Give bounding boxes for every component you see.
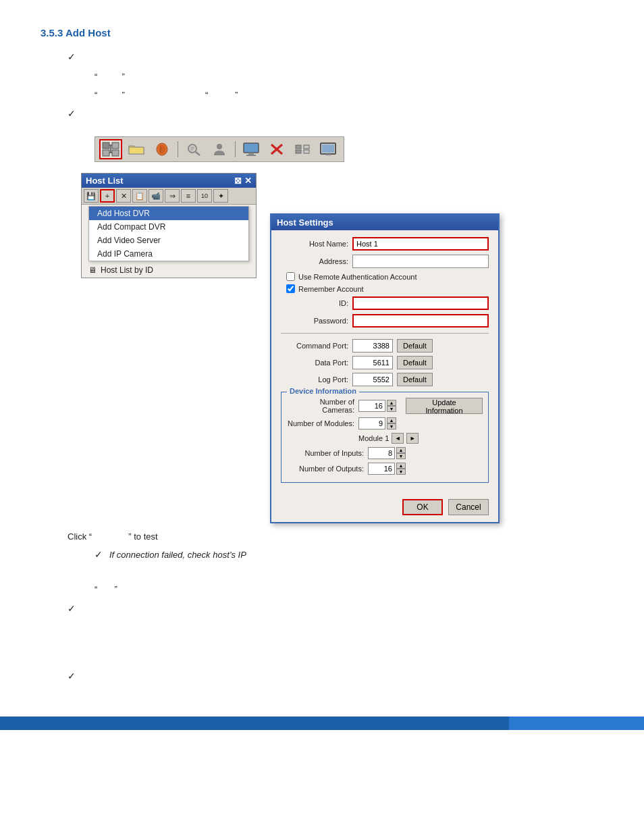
host-list-title: Host List — [86, 176, 124, 186]
svg-rect-2 — [103, 150, 109, 156]
id-input[interactable] — [352, 296, 489, 310]
data-port-label: Data Port: — [281, 359, 348, 367]
module-nav-row: Module 1 ◄ ► — [358, 433, 483, 444]
dialog-footer: OK Cancel — [271, 495, 498, 522]
log-port-label: Log Port: — [281, 375, 348, 384]
cameras-spinner: ▲ ▼ — [358, 400, 396, 412]
update-info-btn[interactable]: Update Information — [406, 398, 483, 414]
device-info-section: Device Information Number of Cameras: ▲ … — [281, 392, 489, 483]
hl-arrow-btn[interactable]: ⇒ — [165, 189, 180, 203]
checkmark-1: ✓ — [68, 51, 76, 62]
modules-up-btn[interactable]: ▲ — [387, 417, 396, 423]
quote-line: “ ” — [95, 583, 603, 597]
ok-button[interactable]: OK — [402, 499, 443, 515]
bullet-5: ✓ — [68, 670, 603, 684]
connection-failed-text: If connection failed, check host’s IP — [109, 548, 246, 563]
hl-copy-btn[interactable]: 📋 — [132, 189, 147, 203]
cameras-row: Number of Cameras: ▲ ▼ Update Informatio… — [287, 398, 483, 414]
person-toolbar-btn[interactable] — [208, 139, 231, 159]
host-name-input[interactable] — [352, 237, 489, 251]
module-next-btn[interactable]: ► — [406, 433, 419, 444]
remote-auth-checkbox[interactable] — [286, 272, 295, 281]
address-input[interactable] — [352, 255, 489, 268]
command-port-label: Command Port: — [281, 342, 348, 350]
outputs-down-btn[interactable]: ▼ — [396, 469, 406, 475]
bullet-2-text — [82, 107, 85, 122]
screen-toolbar-btn[interactable] — [317, 139, 340, 159]
hl-cam-btn[interactable]: 📹 — [149, 189, 163, 203]
host-list-toolbar: 💾 + ✕ 📋 📹 ⇒ ≡ 10 ✦ — [82, 188, 256, 205]
data-default-btn[interactable]: Default — [397, 356, 433, 369]
svg-rect-21 — [296, 145, 301, 149]
command-default-btn[interactable]: Default — [397, 339, 433, 353]
command-port-row: Command Port: Default — [281, 339, 489, 353]
host-name-row: Host Name: — [281, 237, 489, 251]
config-toolbar-btn[interactable] — [291, 139, 314, 159]
hl-list-btn[interactable]: ≡ — [181, 189, 196, 203]
svg-rect-17 — [248, 153, 254, 155]
svg-rect-0 — [103, 142, 109, 149]
svg-rect-26 — [322, 145, 334, 153]
add-compact-dvr-item[interactable]: Add Compact DVR — [89, 220, 248, 234]
click-text-2: ” to test — [128, 531, 157, 542]
dialog-body: Host Name: Address: Use Remote Authentic… — [271, 230, 498, 495]
add-ip-camera-item[interactable]: Add IP Camera — [89, 247, 248, 261]
hl-add-btn[interactable]: + — [100, 189, 115, 203]
modules-row: Number of Modules: ▲ ▼ — [287, 417, 483, 429]
cameras-spinner-btns: ▲ ▼ — [387, 400, 396, 412]
x-toolbar-btn[interactable] — [265, 139, 288, 159]
inputs-input[interactable] — [368, 447, 395, 459]
host-list-entry: 🖥 Host List by ID — [82, 263, 256, 278]
module-label: Module 1 — [358, 434, 389, 442]
host-toolbar-btn[interactable] — [99, 139, 122, 159]
data-port-row: Data Port: Default — [281, 356, 489, 369]
search-toolbar-btn[interactable] — [182, 139, 205, 159]
cameras-input[interactable] — [358, 400, 385, 412]
monitor-toolbar-btn[interactable] — [240, 139, 263, 159]
outputs-up-btn[interactable]: ▲ — [396, 463, 406, 469]
footer-bar — [0, 716, 644, 730]
click-text-1: Click “ — [68, 531, 92, 542]
folder-toolbar-btn[interactable] — [125, 139, 148, 159]
checkmark-5: ✓ — [68, 671, 76, 681]
svg-point-9 — [159, 145, 165, 154]
password-input[interactable] — [352, 314, 489, 328]
inputs-up-btn[interactable]: ▲ — [396, 447, 406, 453]
remember-account-checkbox[interactable] — [286, 284, 295, 293]
remote-auth-row: Use Remote Authentication Account — [286, 272, 489, 281]
inputs-spinner-btns: ▲ ▼ — [396, 447, 406, 459]
svg-rect-23 — [304, 145, 309, 149]
hl-save-btn[interactable]: 💾 — [84, 189, 99, 203]
book-toolbar-btn[interactable] — [151, 139, 173, 159]
inputs-down-btn[interactable]: ▼ — [396, 453, 406, 459]
cameras-up-btn[interactable]: ▲ — [387, 400, 396, 406]
hl-star-btn[interactable]: ✦ — [213, 189, 228, 203]
log-port-input[interactable] — [352, 373, 393, 386]
page-container: 3.5.3 Add Host ✓ “ ” “ ” “ ” — [0, 0, 644, 730]
indent-line-1: “ ” — [95, 70, 603, 84]
cancel-button[interactable]: Cancel — [448, 499, 489, 515]
modules-down-btn[interactable]: ▼ — [387, 423, 396, 429]
command-port-input[interactable] — [352, 339, 393, 353]
host-entry-icon: 🖥 — [88, 265, 97, 275]
hl-delete-btn[interactable]: ✕ — [116, 189, 131, 203]
checkmark-3: ✓ — [95, 549, 103, 560]
bullet-5-text — [82, 670, 85, 684]
log-default-btn[interactable]: Default — [397, 373, 433, 386]
module-prev-btn[interactable]: ◄ — [392, 433, 404, 444]
add-video-server-item[interactable]: Add Video Server — [89, 234, 248, 247]
modules-input[interactable] — [358, 417, 385, 429]
host-settings-dialog: Host Settings Host Name: Address: Use Re… — [270, 213, 500, 523]
outputs-input[interactable] — [368, 463, 395, 475]
outputs-spinner-btns: ▲ ▼ — [396, 463, 406, 475]
host-list-controls: ⊠ ✕ — [234, 176, 252, 186]
id-label: ID: — [281, 299, 348, 307]
hl-num-btn[interactable]: 10 — [197, 189, 212, 203]
id-row: ID: — [281, 296, 489, 310]
svg-point-15 — [217, 144, 222, 149]
device-info-label: Device Information — [287, 387, 359, 395]
cameras-down-btn[interactable]: ▼ — [387, 406, 396, 412]
add-host-dvr-item[interactable]: Add Host DVR — [89, 207, 248, 220]
indent-line-2: “ ” “ ” — [95, 88, 603, 103]
data-port-input[interactable] — [352, 356, 393, 369]
